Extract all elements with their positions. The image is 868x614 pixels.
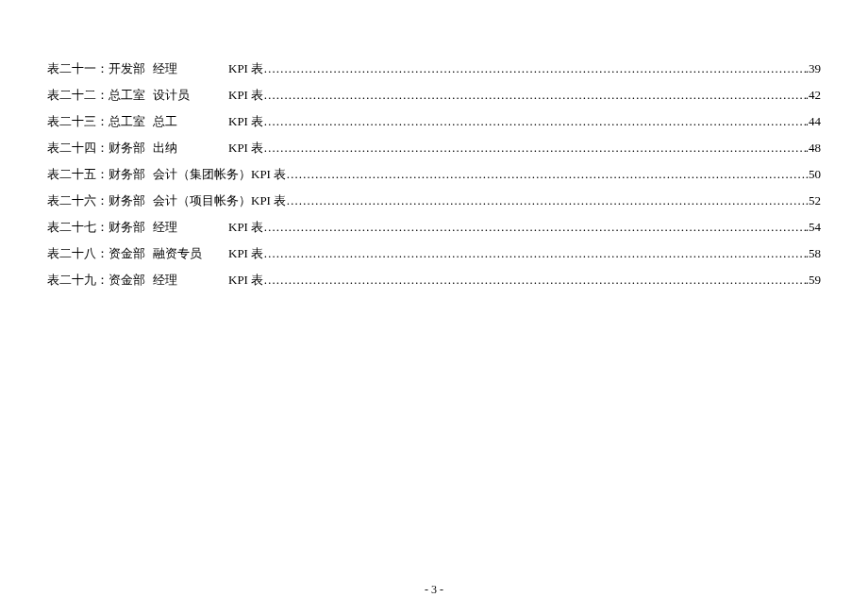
- toc-leader-dots: ……………………………………………………………………………………………………………: [263, 241, 806, 266]
- toc-dept: 财务部: [108, 162, 145, 187]
- toc-dept: 财务部: [108, 215, 145, 240]
- toc-page-number: .39: [806, 57, 821, 81]
- toc-prefix: 表二十二：: [47, 83, 108, 108]
- toc-prefix: 表二十一：: [47, 57, 108, 81]
- toc-page-number: .42: [806, 83, 821, 108]
- toc-page-number: .44: [806, 109, 821, 134]
- toc-page-number: .48: [806, 136, 821, 160]
- table-of-contents: 表二十一：开发部经理KPI 表……………………………………………………………………: [47, 57, 821, 292]
- toc-page-number: .50: [806, 162, 821, 187]
- toc-prefix: 表二十四：: [47, 136, 108, 160]
- toc-page-number: .54: [806, 215, 821, 240]
- toc-role: 出纳: [153, 136, 228, 160]
- toc-leader-dots: ……………………………………………………………………………………………………………: [263, 268, 806, 292]
- toc-prefix: 表二十七：: [47, 215, 108, 240]
- toc-leader-dots: ……………………………………………………………………………………………………………: [286, 189, 806, 213]
- toc-dept: 总工室: [108, 109, 145, 134]
- toc-dept: 资金部: [108, 241, 145, 266]
- toc-prefix: 表二十六：: [47, 189, 108, 213]
- toc-dept: 资金部: [108, 268, 145, 292]
- toc-row: 表二十五：财务部会计（集团帐务）KPI 表……………………………………………………: [47, 162, 821, 187]
- toc-leader-dots: ……………………………………………………………………………………………………………: [286, 162, 806, 187]
- toc-kpi-label: KPI 表: [228, 241, 263, 266]
- toc-leader-dots: ……………………………………………………………………………………………………………: [263, 215, 806, 240]
- toc-dept: 开发部: [108, 57, 145, 81]
- toc-row: 表二十七：财务部经理KPI 表……………………………………………………………………: [47, 215, 821, 240]
- toc-kpi-label: KPI 表: [228, 268, 263, 292]
- toc-row: 表二十六：财务部会计（项目帐务）KPI 表……………………………………………………: [47, 189, 821, 213]
- toc-dept: 财务部: [108, 136, 145, 160]
- toc-kpi-label: KPI 表: [251, 162, 286, 187]
- toc-prefix: 表二十五：: [47, 162, 108, 187]
- toc-row: 表二十八：资金部融资专员KPI 表………………………………………………………………: [47, 241, 821, 266]
- toc-role: 会计（集团帐务）: [153, 162, 251, 187]
- toc-role: 经理: [153, 57, 228, 81]
- toc-kpi-label: KPI 表: [228, 136, 263, 160]
- toc-prefix: 表二十八：: [47, 241, 108, 266]
- page-number: - 3 -: [0, 583, 868, 597]
- toc-row: 表二十一：开发部经理KPI 表……………………………………………………………………: [47, 57, 821, 81]
- toc-row: 表二十四：财务部出纳KPI 表……………………………………………………………………: [47, 136, 821, 160]
- toc-role: 经理: [153, 268, 228, 292]
- toc-leader-dots: ……………………………………………………………………………………………………………: [263, 109, 806, 134]
- toc-row: 表二十九：资金部经理KPI 表……………………………………………………………………: [47, 268, 821, 292]
- toc-leader-dots: ……………………………………………………………………………………………………………: [263, 57, 806, 81]
- toc-role: 设计员: [153, 83, 228, 108]
- toc-page-number: .58: [806, 241, 821, 266]
- toc-page-number: .59: [806, 268, 821, 292]
- toc-kpi-label: KPI 表: [251, 189, 286, 213]
- toc-kpi-label: KPI 表: [228, 83, 263, 108]
- toc-kpi-label: KPI 表: [228, 109, 263, 134]
- toc-page-number: .52: [806, 189, 821, 213]
- toc-kpi-label: KPI 表: [228, 215, 263, 240]
- toc-role: 会计（项目帐务）: [153, 189, 251, 213]
- toc-role: 融资专员: [153, 241, 228, 266]
- toc-role: 经理: [153, 215, 228, 240]
- toc-prefix: 表二十三：: [47, 109, 108, 134]
- toc-dept: 财务部: [108, 189, 145, 213]
- toc-prefix: 表二十九：: [47, 268, 108, 292]
- toc-role: 总工: [153, 109, 228, 134]
- toc-kpi-label: KPI 表: [228, 57, 263, 81]
- toc-leader-dots: ……………………………………………………………………………………………………………: [263, 83, 806, 108]
- toc-row: 表二十三：总工室总工KPI 表……………………………………………………………………: [47, 109, 821, 134]
- toc-dept: 总工室: [108, 83, 145, 108]
- toc-row: 表二十二：总工室设计员KPI 表…………………………………………………………………: [47, 83, 821, 108]
- toc-leader-dots: ……………………………………………………………………………………………………………: [263, 136, 806, 160]
